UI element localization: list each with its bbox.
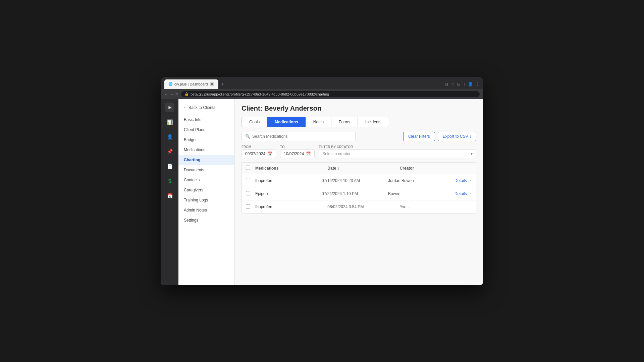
from-date-group: From 09/07/2024 📅 xyxy=(241,145,276,158)
clear-filters-button[interactable]: Clear Filters xyxy=(403,132,435,141)
export-csv-button[interactable]: Export to CSV ↓ xyxy=(438,132,476,141)
cell-creator: Jordan Bowen xyxy=(388,178,454,183)
search-input[interactable] xyxy=(252,134,352,139)
nav-item-charting[interactable]: Charting xyxy=(178,155,234,165)
nav-item-budget[interactable]: Budget xyxy=(178,135,234,145)
left-panel: ← Back to Clients Basic Info Client Plan… xyxy=(178,99,235,285)
nav-item-admin-notes[interactable]: Admin Notes xyxy=(178,205,234,215)
cell-medication: Ibuprofen xyxy=(255,178,322,183)
nav-item-basic-info[interactable]: Basic Info xyxy=(178,115,234,125)
page-title: Client: Beverly Anderson xyxy=(241,105,476,112)
tab-close-button[interactable]: ✕ xyxy=(210,82,214,86)
select-all-checkbox[interactable] xyxy=(246,166,250,170)
to-date-group: To 10/07/2024 📅 xyxy=(280,145,315,158)
to-calendar-icon[interactable]: 📅 xyxy=(306,152,311,156)
nav-item-medications[interactable]: Medications xyxy=(178,145,234,155)
filter-actions: Clear Filters Export to CSV ↓ xyxy=(403,132,476,141)
sidebar-icon-dollar[interactable]: 💲 xyxy=(165,176,174,186)
row-checkbox-col xyxy=(246,178,255,184)
sidebar: ⊞ 📊 👤 📌 📄 💲 📅 xyxy=(161,99,178,285)
active-browser-tab[interactable]: 🌐 giv.plus | Dashboard ✕ xyxy=(164,79,218,89)
tab-goals[interactable]: Goals xyxy=(242,117,267,127)
new-tab-button[interactable]: + xyxy=(220,81,225,87)
cell-date: 08/02/2024 3:54 PM xyxy=(327,204,399,209)
tabs-bar: Goals Medications Notes Forms Incidents xyxy=(241,117,389,127)
sidebar-icon-calendar[interactable]: 📅 xyxy=(165,191,174,200)
table-row: Ibuprofen 07/16/2024 10:23 AM Jordan Bow… xyxy=(242,174,476,187)
from-label: From xyxy=(241,145,276,149)
col-header-creator: Creator xyxy=(400,166,472,171)
table-header: Medications Date ↓ Creator xyxy=(242,163,476,174)
to-date-input[interactable]: 10/07/2024 📅 xyxy=(280,149,315,158)
chevron-down-icon: ▾ xyxy=(471,152,473,156)
sidebar-icon-doc[interactable]: 📄 xyxy=(165,162,174,171)
search-icon: 🔍 xyxy=(245,134,250,139)
nav-item-caregivers[interactable]: Caregivers xyxy=(178,185,234,195)
col-header-medications: Medications xyxy=(255,166,327,171)
table-row: Epipen 07/24/2024 1:10 PM Bowen Details … xyxy=(242,187,476,200)
cell-date: 07/16/2024 10:23 AM xyxy=(322,178,388,183)
browser-nav-buttons[interactable]: ← → ↻ xyxy=(164,92,178,97)
back-to-clients-link[interactable]: ← Back to Clients xyxy=(178,103,234,112)
tab-notes[interactable]: Notes xyxy=(306,117,331,127)
row-checkbox-col xyxy=(246,204,255,210)
row-checkbox[interactable] xyxy=(246,178,250,182)
cell-medication: Epipen xyxy=(255,191,322,196)
cell-medication: Ibuprofen xyxy=(255,204,327,209)
details-link[interactable]: Details → xyxy=(454,178,472,183)
row-checkbox-col xyxy=(246,191,255,197)
search-box[interactable]: 🔍 xyxy=(241,132,356,141)
col-header-date[interactable]: Date ↓ xyxy=(327,166,399,171)
filter-bar: 🔍 Clear Filters Export to CSV ↓ xyxy=(241,132,476,141)
creator-filter-group: Filter by Creator Select a creator ▾ xyxy=(319,145,476,158)
creator-label: Filter by Creator xyxy=(319,145,476,149)
main-content: Client: Beverly Anderson Goals Medicatio… xyxy=(235,99,483,285)
nav-item-contacts[interactable]: Contacts xyxy=(178,175,234,185)
cell-creator: Bowen xyxy=(388,191,454,196)
cell-creator: Yvo... xyxy=(400,204,472,209)
from-calendar-icon[interactable]: 📅 xyxy=(267,152,272,156)
nav-item-client-plans[interactable]: Client Plans xyxy=(178,125,234,135)
address-bar[interactable]: 🔒 beta.giv.plus/app/clients/profile/g-c2… xyxy=(181,91,480,97)
details-link[interactable]: Details → xyxy=(454,191,472,196)
sidebar-icon-pin[interactable]: 📌 xyxy=(165,147,174,156)
tab-medications[interactable]: Medications xyxy=(267,117,306,127)
creator-select[interactable]: Select a creator ▾ xyxy=(319,149,476,158)
row-checkbox[interactable] xyxy=(246,191,250,195)
table-row: Ibuprofen 08/02/2024 3:54 PM Yvo... xyxy=(242,200,476,213)
tab-incidents[interactable]: Incidents xyxy=(358,117,389,127)
date-filter-row: From 09/07/2024 📅 To 10/07/2024 📅 Filter… xyxy=(241,145,476,158)
sidebar-icon-people[interactable]: 👤 xyxy=(165,132,174,141)
nav-item-training-logs[interactable]: Training Logs xyxy=(178,195,234,205)
nav-item-settings[interactable]: Settings xyxy=(178,215,234,225)
to-label: To xyxy=(280,145,315,149)
tab-forms[interactable]: Forms xyxy=(331,117,358,127)
header-checkbox-col xyxy=(246,165,255,171)
row-checkbox[interactable] xyxy=(246,204,250,208)
data-table: Medications Date ↓ Creator Ibuprofen 0 xyxy=(241,162,476,214)
sidebar-icon-home[interactable]: ⊞ xyxy=(165,103,174,112)
cell-date: 07/24/2024 1:10 PM xyxy=(322,191,388,196)
browser-controls: ⊡ ☆ ⊟ ↓ 👤 ⋮ xyxy=(445,82,480,86)
nav-item-documents[interactable]: Documents xyxy=(178,165,234,175)
sidebar-icon-chart[interactable]: 📊 xyxy=(165,117,174,127)
from-date-input[interactable]: 09/07/2024 📅 xyxy=(241,149,276,158)
